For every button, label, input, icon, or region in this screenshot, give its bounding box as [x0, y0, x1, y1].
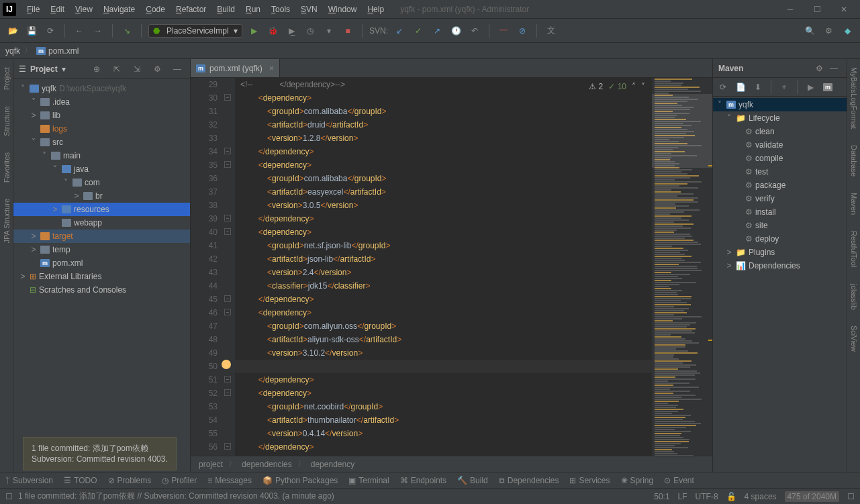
menu-navigate[interactable]: Navigate — [98, 2, 140, 17]
sync-icon[interactable]: ⟳ — [43, 23, 58, 38]
maven-deploy[interactable]: ⚙deploy — [713, 232, 847, 246]
generate-icon[interactable]: 📄 — [733, 80, 748, 95]
tree-node-resources[interactable]: >resources — [13, 203, 190, 216]
maven-m-icon[interactable]: m — [820, 80, 835, 95]
menu-edit[interactable]: Edit — [45, 2, 70, 17]
tree-node-br[interactable]: >br — [13, 189, 190, 203]
line-separator[interactable]: LF — [678, 492, 687, 501]
menu-code[interactable]: Code — [140, 2, 171, 17]
run-maven-icon[interactable]: ▶ — [803, 80, 818, 95]
fold-toggle[interactable]: − — [224, 215, 231, 221]
maven-test[interactable]: ⚙test — [713, 165, 847, 179]
toolwindow-messages[interactable]: ≡Messages — [207, 476, 252, 485]
menu-tools[interactable]: Tools — [266, 2, 295, 17]
maven-package[interactable]: ⚙package — [713, 179, 847, 192]
menu-run[interactable]: Run — [240, 2, 266, 17]
editor-breadcrumb[interactable]: project〉dependencies〉dependency — [191, 456, 712, 472]
tree-node-main[interactable]: ˅main — [13, 149, 190, 162]
hide-icon[interactable]: — — [170, 62, 185, 77]
history-icon[interactable]: 🕐 — [448, 23, 463, 38]
minimize-button[interactable]: ─ — [782, 1, 798, 17]
toolwindow-build[interactable]: 🔨Build — [457, 476, 488, 485]
profile-icon[interactable]: ◷ — [303, 23, 318, 38]
maven-dependencies[interactable]: >📊Dependencies — [713, 259, 847, 272]
menu-window[interactable]: Window — [323, 2, 363, 17]
toolwindow-profiler[interactable]: ◷Profiler — [162, 476, 197, 485]
toolwindow-subversion[interactable]: ᛘSubversion — [5, 476, 53, 485]
toolwindow-services[interactable]: ⊞Services — [569, 476, 610, 485]
settings-icon[interactable]: ⚙ — [821, 23, 836, 38]
caret-position[interactable]: 50:1 — [654, 492, 669, 501]
editor-bc-dependency[interactable]: dependency — [311, 460, 354, 469]
add-icon[interactable]: + — [777, 80, 792, 95]
editor-bc-project[interactable]: project — [199, 460, 223, 469]
rollback-icon[interactable]: ↶ — [467, 23, 482, 38]
rail-project[interactable]: Project — [3, 64, 11, 93]
select-target-icon[interactable]: ⊕ — [89, 62, 104, 77]
indent[interactable]: 4 spaces — [745, 492, 777, 501]
tree-node-.idea[interactable]: ˅.idea — [13, 95, 190, 109]
coverage-icon[interactable]: ▶̲ — [284, 23, 299, 38]
memory-indicator[interactable]: 475 of 2040M — [785, 491, 839, 502]
codewithme-icon[interactable]: ◆ — [840, 23, 855, 38]
menu-refactor[interactable]: Refactor — [171, 2, 211, 17]
fold-toggle[interactable]: − — [224, 295, 231, 302]
rail-sciview[interactable]: SciView — [850, 323, 858, 354]
toolwindow-problems[interactable]: ⊘Problems — [108, 476, 152, 485]
fold-toggle[interactable]: − — [224, 148, 231, 154]
back-icon[interactable]: ← — [72, 23, 87, 38]
fold-toggle[interactable]: − — [224, 228, 231, 235]
tree-node-yqfk[interactable]: ˅yqfkD:\workSpace\yqfk — [13, 82, 190, 95]
maven-verify[interactable]: ⚙verify — [713, 192, 847, 205]
gear-icon[interactable]: ⚙ — [812, 61, 826, 76]
maven-compile[interactable]: ⚙compile — [713, 152, 847, 165]
close-tab-icon[interactable]: × — [269, 64, 274, 73]
hammer-icon[interactable]: ↘ — [120, 23, 134, 38]
tree-node-logs[interactable]: logs — [13, 122, 190, 136]
run-config-selector[interactable]: ⬣PlaceServiceImpl▾ — [148, 24, 242, 38]
toolwindow-spring[interactable]: ❀Spring — [621, 476, 654, 485]
toolwindow-dependencies[interactable]: ⧉Dependencies — [499, 476, 559, 485]
maximize-button[interactable]: ☐ — [809, 1, 825, 17]
minimap[interactable] — [652, 78, 712, 456]
rail-favorites[interactable]: Favorites — [3, 150, 11, 185]
fold-toggle[interactable]: − — [224, 443, 231, 450]
maven-yqfk[interactable]: ˅myqfk — [713, 98, 847, 111]
close-button[interactable]: ✕ — [836, 1, 852, 17]
intention-bulb-icon[interactable] — [222, 360, 231, 369]
maven-clean[interactable]: ⚙clean — [713, 125, 847, 138]
commit-icon[interactable]: ✓ — [411, 23, 426, 38]
maven-validate[interactable]: ⚙validate — [713, 138, 847, 152]
nopower-icon[interactable]: ⊘ — [515, 23, 530, 38]
rail-database[interactable]: Database — [850, 142, 858, 179]
tree-node-external libraries[interactable]: >⊞External Libraries — [13, 270, 190, 283]
forward-icon[interactable]: → — [91, 23, 105, 38]
fold-toggle[interactable]: − — [224, 376, 231, 383]
tree-node-lib[interactable]: >lib — [13, 109, 190, 122]
tree-node-pom.xml[interactable]: mpom.xml — [13, 256, 190, 270]
expand-all-icon[interactable]: ⇱ — [109, 62, 124, 77]
debug-icon[interactable]: 🐞 — [265, 23, 280, 38]
editor-content[interactable]: 2930313233343536373839404142434445464748… — [191, 78, 712, 456]
maven-site[interactable]: ⚙site — [713, 219, 847, 232]
gear-icon[interactable]: ⚙ — [150, 62, 164, 77]
breadcrumb-project[interactable]: yqfk — [5, 46, 20, 56]
download-icon[interactable]: ⬇ — [751, 80, 765, 95]
maven-tree[interactable]: ˅myqfk˅📁Lifecycle⚙clean⚙validate⚙compile… — [713, 97, 847, 472]
run-icon[interactable]: ▶ — [246, 23, 261, 38]
search-icon[interactable]: 🔍 — [802, 23, 817, 38]
attach-icon[interactable]: ▾ — [322, 23, 336, 38]
tree-node-java[interactable]: ˅java — [13, 162, 190, 176]
rail-jclasslib[interactable]: jclasslib — [850, 281, 858, 313]
chart-icon[interactable]: 〰 — [496, 23, 511, 38]
breadcrumb-file[interactable]: mpom.xml — [36, 46, 79, 56]
menu-file[interactable]: File — [21, 2, 45, 17]
toolwindow-python-packages[interactable]: 📦Python Packages — [262, 476, 338, 485]
encoding[interactable]: UTF-8 — [696, 492, 718, 501]
tree-node-src[interactable]: ˅src — [13, 136, 190, 149]
fold-toggle[interactable]: − — [224, 161, 231, 168]
rail-restfultool[interactable]: RestfulTool — [850, 228, 858, 270]
inspections-widget[interactable]: ⚠ 2 ✓ 10 ˄˅ — [589, 82, 645, 91]
project-tree[interactable]: ˅yqfkD:\workSpace\yqfk˅.idea>liblogs˅src… — [13, 79, 190, 472]
maven-lifecycle[interactable]: ˅📁Lifecycle — [713, 111, 847, 125]
